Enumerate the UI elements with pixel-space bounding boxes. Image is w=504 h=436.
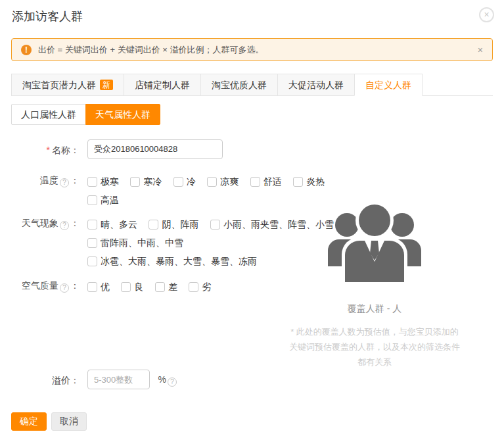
tab-label: 淘宝首页潜力人群 <box>22 80 96 90</box>
banner-close-icon[interactable]: × <box>478 45 483 55</box>
checkbox-option[interactable]: 凉爽 <box>207 175 239 188</box>
help-icon[interactable]: ? <box>60 283 69 293</box>
checkbox-option[interactable]: 阴、阵雨 <box>149 218 198 231</box>
weather-label: 天气现象?： <box>0 218 80 230</box>
checkbox-label: 寒冷 <box>143 176 162 187</box>
help-icon[interactable]: ? <box>168 377 177 387</box>
checkbox-label: 高温 <box>101 195 119 205</box>
checkbox-label: 阴、阵雨 <box>162 219 198 230</box>
checkbox-option[interactable]: 冰雹、大雨、暴雨、大雪、暴雪、冻雨 <box>87 254 257 268</box>
name-label: *名称： <box>0 145 80 157</box>
checkbox-option[interactable]: 雷阵雨、中雨、中雪 <box>87 236 183 249</box>
help-icon[interactable]: ? <box>60 221 69 230</box>
add-visitor-group-dialog: 添加访客人群 × ! 出价 = 关键词出价 + 关键词出价 × 溢价比例；人群可… <box>0 0 504 436</box>
name-input[interactable] <box>87 139 223 159</box>
checkbox-label: 晴、多云 <box>101 219 137 230</box>
confirm-button[interactable]: 确定 <box>11 412 47 431</box>
checkbox-label: 舒适 <box>263 176 282 187</box>
tab-label: 淘宝优质人群 <box>212 80 267 90</box>
checkbox-option[interactable]: 差 <box>155 280 177 293</box>
page-title: 添加访客人群 <box>12 9 83 24</box>
checkbox[interactable] <box>87 177 97 187</box>
checkbox-label: 炎热 <box>306 176 325 187</box>
checkbox[interactable] <box>155 282 165 292</box>
tab-shop-custom[interactable]: 店铺定制人群 <box>124 74 201 95</box>
checkbox[interactable] <box>210 220 220 230</box>
checkbox[interactable] <box>149 220 158 230</box>
checkbox-option[interactable]: 高温 <box>87 193 119 206</box>
tab-label: 自定义人群 <box>365 80 411 90</box>
checkbox-option[interactable]: 极寒 <box>87 175 119 188</box>
checkbox-label: 极寒 <box>101 176 119 187</box>
checkbox[interactable] <box>87 220 97 230</box>
name-row: *名称： <box>0 139 493 159</box>
premium-input[interactable] <box>87 370 150 389</box>
checkbox[interactable] <box>87 282 97 292</box>
checkbox-label: 优 <box>101 281 110 292</box>
tab-custom-crowd[interactable]: 自定义人群 <box>354 74 423 96</box>
subtab-weather[interactable]: 天气属性人群 <box>85 104 160 125</box>
people-group-icon <box>325 198 424 282</box>
checkbox[interactable] <box>121 282 131 292</box>
air-quality-label: 空气质量?： <box>0 280 80 293</box>
dialog-close-icon[interactable]: × <box>479 7 494 22</box>
percent-unit: % <box>158 374 166 385</box>
tab-taobao-homepage-potential[interactable]: 淘宝首页潜力人群新 <box>11 74 124 95</box>
checkbox-option[interactable]: 劣 <box>189 280 211 293</box>
checkbox[interactable] <box>173 177 183 187</box>
premium-row: 溢价： %? <box>0 370 493 389</box>
tab-label: 大促活动人群 <box>288 80 344 90</box>
subtab-demographic[interactable]: 人口属性人群 <box>11 104 86 125</box>
temperature-label: 温度?： <box>0 175 80 187</box>
coverage-caption: 覆盖人群 - 人 <box>276 303 473 315</box>
checkbox-label: 雷阵雨、中雨、中雪 <box>101 237 183 248</box>
cancel-button[interactable]: 取消 <box>51 412 87 431</box>
checkbox-label: 良 <box>134 281 143 292</box>
checkbox-option[interactable]: 舒适 <box>250 175 282 188</box>
checkbox-label: 冰雹、大雨、暴雨、大雪、暴雪、冻雨 <box>101 256 257 266</box>
checkbox-label: 劣 <box>202 281 211 292</box>
checkbox[interactable] <box>250 177 260 187</box>
checkbox-option[interactable]: 良 <box>121 280 143 293</box>
checkbox[interactable] <box>293 177 303 187</box>
bid-info-banner: ! 出价 = 关键词出价 + 关键词出价 × 溢价比例；人群可多选。 × <box>11 38 493 61</box>
tab-promo-activity[interactable]: 大促活动人群 <box>277 74 355 95</box>
tab-label: 店铺定制人群 <box>135 80 190 90</box>
new-badge: 新 <box>100 80 113 90</box>
checkbox[interactable] <box>87 195 97 205</box>
checkbox-label: 冷 <box>187 176 196 187</box>
custom-crowd-subtabs: 人口属性人群 天气属性人群 <box>11 104 160 125</box>
required-mark: * <box>47 145 50 155</box>
help-icon[interactable]: ? <box>60 178 69 187</box>
crowd-tabs: 淘宝首页潜力人群新 店铺定制人群 淘宝优质人群 大促活动人群 自定义人群 <box>11 74 493 96</box>
coverage-note: * 此处的覆盖人数为预估值，与您宝贝添加的 关键词预估覆盖的人群，以及本次的筛选… <box>276 324 473 370</box>
premium-label: 溢价： <box>0 375 80 387</box>
checkbox-option[interactable]: 冷 <box>173 175 196 188</box>
checkbox[interactable] <box>189 282 198 292</box>
checkbox[interactable] <box>130 177 140 187</box>
coverage-panel: 覆盖人群 - 人 * 此处的覆盖人数为预估值，与您宝贝添加的 关键词预估覆盖的人… <box>276 198 473 370</box>
checkbox-option[interactable]: 炎热 <box>293 175 325 188</box>
checkbox-option[interactable]: 晴、多云 <box>87 218 137 231</box>
tab-taobao-quality[interactable]: 淘宝优质人群 <box>200 74 278 95</box>
checkbox[interactable] <box>87 256 97 266</box>
checkbox-option[interactable]: 优 <box>87 280 110 293</box>
banner-text: 出价 = 关键词出价 + 关键词出价 × 溢价比例；人群可多选。 <box>38 44 263 56</box>
checkbox[interactable] <box>207 177 217 187</box>
checkbox-label: 凉爽 <box>220 176 239 187</box>
checkbox[interactable] <box>87 238 97 248</box>
warning-icon: ! <box>21 45 32 55</box>
checkbox-option[interactable]: 寒冷 <box>130 175 162 188</box>
checkbox-label: 差 <box>168 281 177 292</box>
